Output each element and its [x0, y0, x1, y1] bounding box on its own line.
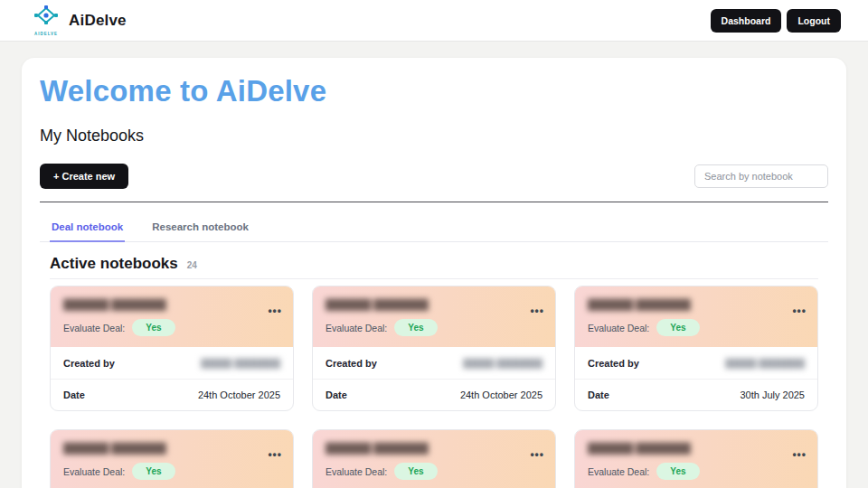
- created-by-row: Created by ▇▇▇▇ ▇▇▇▇▇▇: [313, 347, 555, 379]
- evaluate-deal-badge: Yes: [656, 319, 699, 336]
- search-input[interactable]: [694, 164, 828, 188]
- notebook-title-redacted: ▇▇▇▇▇ ▇▇▇▇▇▇: [63, 297, 280, 311]
- evaluate-deal-badge: Yes: [656, 463, 699, 480]
- navbar: AIDELVE AiDelve Dashboard Logout: [0, 0, 868, 42]
- aidelve-logo-icon: [34, 5, 58, 31]
- creator-name-redacted: ▇▇▇▇ ▇▇▇▇▇▇: [463, 357, 542, 369]
- created-by-label: Created by: [326, 358, 377, 369]
- brand[interactable]: AIDELVE AiDelve: [31, 5, 127, 36]
- evaluate-deal-badge: Yes: [132, 463, 175, 480]
- content-panel: Welcome to AiDelve My Notebooks + Create…: [22, 58, 846, 488]
- evaluate-deal-label: Evaluate Deal:: [588, 323, 649, 333]
- notebook-card-header: ▇▇▇▇▇ ▇▇▇▇▇▇ ••• Evaluate Deal: Yes: [575, 430, 817, 488]
- active-notebooks-header: Active notebooks 24: [50, 255, 818, 279]
- date-label: Date: [63, 389, 85, 400]
- evaluate-deal-row: Evaluate Deal: Yes: [63, 463, 280, 480]
- notebook-card-header: ▇▇▇▇▇ ▇▇▇▇▇▇ ••• Evaluate Deal: Yes: [313, 430, 555, 488]
- tab-deal-notebook[interactable]: Deal notebook: [50, 216, 125, 242]
- evaluate-deal-row: Evaluate Deal: Yes: [63, 319, 280, 336]
- notebook-card[interactable]: ▇▇▇▇▇ ▇▇▇▇▇▇ ••• Evaluate Deal: Yes Crea…: [312, 429, 556, 488]
- evaluate-deal-label: Evaluate Deal:: [63, 466, 125, 477]
- dashboard-button[interactable]: Dashboard: [711, 9, 782, 33]
- notebook-card-header: ▇▇▇▇▇ ▇▇▇▇▇▇ ••• Evaluate Deal: Yes: [51, 430, 293, 488]
- date-row: Date 24th October 2025: [51, 379, 293, 410]
- creator-name-redacted: ▇▇▇▇ ▇▇▇▇▇▇: [725, 357, 805, 369]
- evaluate-deal-badge: Yes: [394, 463, 437, 480]
- evaluate-deal-row: Evaluate Deal: Yes: [588, 319, 805, 336]
- created-by-label: Created by: [588, 358, 639, 369]
- date-label: Date: [588, 389, 609, 400]
- more-options-icon[interactable]: •••: [268, 452, 282, 457]
- date-value: 24th October 2025: [198, 389, 280, 400]
- date-value: 30th July 2025: [740, 389, 805, 400]
- notebook-title-redacted: ▇▇▇▇▇ ▇▇▇▇▇▇: [63, 441, 280, 455]
- evaluate-deal-label: Evaluate Deal:: [588, 466, 649, 477]
- section-divider: [40, 202, 828, 202]
- notebook-title-redacted: ▇▇▇▇▇ ▇▇▇▇▇▇: [588, 441, 805, 455]
- date-row: Date 30th July 2025: [575, 379, 817, 410]
- notebook-grid: ▇▇▇▇▇ ▇▇▇▇▇▇ ••• Evaluate Deal: Yes Crea…: [50, 286, 818, 488]
- nav-buttons: Dashboard Logout: [711, 9, 841, 33]
- notebook-card-header: ▇▇▇▇▇ ▇▇▇▇▇▇ ••• Evaluate Deal: Yes: [575, 286, 817, 347]
- controls-row: + Create new: [40, 164, 828, 189]
- notebook-card[interactable]: ▇▇▇▇▇ ▇▇▇▇▇▇ ••• Evaluate Deal: Yes Crea…: [50, 286, 294, 411]
- more-options-icon[interactable]: •••: [792, 452, 807, 457]
- creator-name-redacted: ▇▇▇▇ ▇▇▇▇▇▇: [201, 357, 280, 369]
- created-by-label: Created by: [63, 358, 115, 369]
- evaluate-deal-row: Evaluate Deal: Yes: [588, 463, 805, 480]
- active-notebooks-title: Active notebooks: [50, 255, 178, 273]
- notebook-card[interactable]: ▇▇▇▇▇ ▇▇▇▇▇▇ ••• Evaluate Deal: Yes Crea…: [50, 429, 294, 488]
- logo-wordmark-small: AIDELVE: [34, 32, 58, 36]
- brand-logo: AIDELVE: [31, 5, 61, 36]
- my-notebooks-heading: My Notebooks: [40, 127, 828, 145]
- created-by-row: Created by ▇▇▇▇ ▇▇▇▇▇▇: [51, 347, 293, 379]
- created-by-row: Created by ▇▇▇▇ ▇▇▇▇▇▇: [575, 347, 817, 379]
- date-value: 24th October 2025: [460, 389, 542, 400]
- more-options-icon[interactable]: •••: [268, 308, 282, 314]
- evaluate-deal-label: Evaluate Deal:: [326, 466, 387, 477]
- date-row: Date 24th October 2025: [313, 379, 555, 410]
- more-options-icon[interactable]: •••: [530, 308, 544, 314]
- active-notebooks-count: 24: [187, 260, 197, 270]
- notebook-title-redacted: ▇▇▇▇▇ ▇▇▇▇▇▇: [326, 441, 542, 455]
- create-new-button[interactable]: + Create new: [40, 164, 128, 189]
- notebook-card[interactable]: ▇▇▇▇▇ ▇▇▇▇▇▇ ••• Evaluate Deal: Yes Crea…: [574, 429, 818, 488]
- notebook-card-header: ▇▇▇▇▇ ▇▇▇▇▇▇ ••• Evaluate Deal: Yes: [51, 286, 293, 347]
- notebook-card[interactable]: ▇▇▇▇▇ ▇▇▇▇▇▇ ••• Evaluate Deal: Yes Crea…: [312, 286, 556, 411]
- evaluate-deal-badge: Yes: [132, 319, 175, 336]
- brand-name: AiDelve: [69, 12, 127, 30]
- evaluate-deal-row: Evaluate Deal: Yes: [326, 319, 542, 336]
- more-options-icon[interactable]: •••: [792, 308, 807, 314]
- notebook-card-header: ▇▇▇▇▇ ▇▇▇▇▇▇ ••• Evaluate Deal: Yes: [313, 286, 555, 347]
- evaluate-deal-label: Evaluate Deal:: [326, 323, 387, 333]
- evaluate-deal-badge: Yes: [394, 319, 437, 336]
- more-options-icon[interactable]: •••: [530, 452, 544, 457]
- evaluate-deal-label: Evaluate Deal:: [63, 323, 125, 333]
- tab-research-notebook[interactable]: Research notebook: [150, 216, 250, 241]
- welcome-heading: Welcome to AiDelve: [40, 74, 828, 108]
- notebook-card[interactable]: ▇▇▇▇▇ ▇▇▇▇▇▇ ••• Evaluate Deal: Yes Crea…: [574, 286, 818, 411]
- tab-bar: Deal notebook Research notebook: [40, 216, 828, 242]
- notebook-title-redacted: ▇▇▇▇▇ ▇▇▇▇▇▇: [588, 297, 805, 311]
- evaluate-deal-row: Evaluate Deal: Yes: [326, 463, 542, 480]
- logout-button[interactable]: Logout: [787, 9, 841, 33]
- date-label: Date: [326, 389, 347, 400]
- notebook-title-redacted: ▇▇▇▇▇ ▇▇▇▇▇▇: [326, 297, 542, 311]
